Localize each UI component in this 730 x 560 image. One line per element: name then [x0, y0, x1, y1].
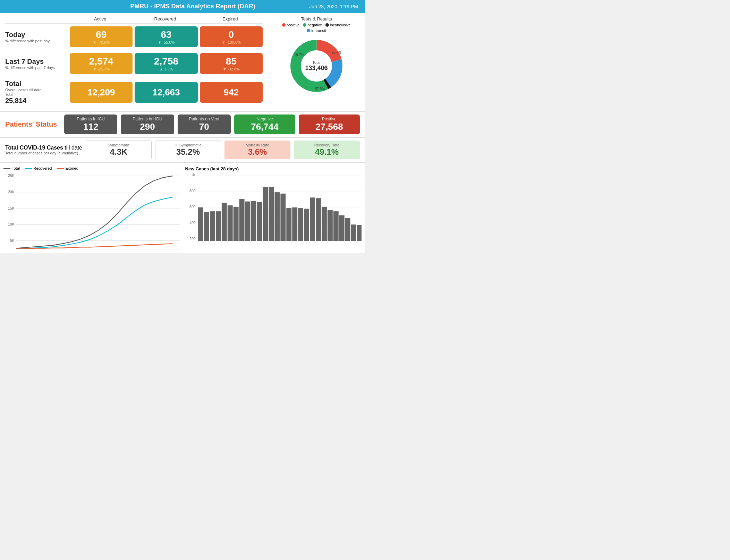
stats-table: Active Recovered Expired Today % differe… — [0, 13, 268, 111]
svg-text:600: 600 — [189, 205, 195, 209]
legend-expired-line: Expired — [57, 166, 78, 170]
bar-11 — [263, 187, 268, 241]
line-chart-svg: 25K 20K 15K 10K 5K — [3, 172, 180, 253]
bar-15 — [286, 208, 291, 241]
intransit-label: in-transit — [311, 28, 326, 33]
bar-5 — [227, 205, 232, 241]
label-negative: 57.5% — [315, 87, 325, 91]
total-recovered-card: 12,663 — [135, 82, 197, 103]
legend-positive: positive — [282, 23, 299, 27]
positive-dot — [282, 23, 286, 27]
svg-text:400: 400 — [189, 221, 195, 225]
intransit-dot — [307, 29, 310, 32]
bar-26 — [351, 224, 356, 241]
expired-legend-label: Expired — [65, 166, 78, 170]
bar-27 — [357, 225, 362, 241]
svg-text:10K: 10K — [8, 222, 15, 226]
bar-6 — [233, 207, 238, 241]
main-content: Active Recovered Expired Today % differe… — [0, 13, 365, 253]
last7-label: Last 7 Days % difference with past 7 day… — [5, 58, 68, 70]
expired-line-icon — [57, 168, 64, 169]
bar-chart: New Cases (last 28 days) 1K 800 600 400 … — [185, 166, 362, 253]
total-row: Total Overall cases till date Total 25,8… — [5, 77, 263, 108]
positive-label: positive — [287, 23, 299, 27]
col-expired: Expired — [198, 16, 263, 22]
svg-text:5K: 5K — [10, 238, 15, 243]
symptomatic-stat: Symptomatic 4.3K — [86, 141, 152, 159]
vent-card: Patients on Vent 70 — [178, 114, 231, 134]
covid-label: Total COVID-19 Cases till date Total num… — [5, 145, 82, 155]
pct-symptomatic-stat: % Symptomatic 35.2% — [155, 141, 221, 159]
col-active: Active — [68, 16, 133, 22]
recovered-line — [16, 197, 172, 249]
bar-3 — [215, 211, 221, 241]
bar-2 — [210, 211, 215, 241]
legend-total: Total — [3, 166, 20, 170]
legend-negative: negative — [303, 23, 322, 27]
top-section: Active Recovered Expired Today % differe… — [0, 13, 365, 112]
inconclusive-label: inconclusive — [330, 23, 351, 27]
negative-card: Negative 76,744 — [234, 114, 295, 134]
negative-dot — [303, 23, 306, 27]
patients-status-label: Patients' Status — [5, 120, 61, 128]
legend-intransit: in-transit — [307, 28, 326, 33]
bar-10 — [257, 202, 262, 241]
bar-0 — [198, 207, 203, 241]
hdu-card: Patients in HDU 290 — [121, 114, 174, 134]
donut-center-text: Total 133,406 — [305, 60, 328, 72]
last7-active-card: 2,574 ▼ -25.3% — [70, 53, 133, 74]
col-recovered: Recovered — [133, 16, 197, 22]
donut-title: Tests & Results — [301, 16, 332, 22]
bar-14 — [280, 194, 286, 241]
inconclusive-dot — [325, 23, 329, 27]
mortality-stat: Mortality Rate 3.6% — [224, 141, 290, 159]
recovered-line-icon — [25, 168, 32, 169]
today-row: Today % difference with past day 69 ▼ -7… — [5, 23, 263, 50]
icu-card: Patients In ICU 112 — [64, 114, 117, 134]
bar-22 — [327, 210, 332, 241]
last7-expired-card: 85 ▼ -32.0% — [200, 53, 263, 74]
svg-text:1K: 1K — [191, 173, 196, 177]
bar-chart-area: 1K 800 600 400 200 — [185, 173, 362, 253]
today-expired-card: 0 ▼ -100.0% — [200, 26, 263, 47]
patients-status-section: Patients' Status Patients In ICU 112 Pat… — [0, 112, 365, 138]
label-intransit: 19.7% — [294, 53, 304, 57]
bar-17 — [298, 208, 303, 241]
bar-9 — [251, 201, 256, 241]
today-recovered-card: 63 ▼ -55.0% — [135, 26, 197, 47]
bar-13 — [274, 192, 280, 241]
legend-recovered: Recovered — [25, 166, 52, 170]
bar-4 — [221, 203, 227, 241]
bar-1 — [204, 212, 209, 241]
bar-24 — [339, 215, 344, 241]
header: PMRU - IPMS Data Analytics Report (DAR) … — [0, 0, 365, 13]
bar-21 — [322, 207, 327, 241]
covid-title: Total COVID-19 Cases till date — [5, 145, 82, 151]
charts-section: Total Recovered Expired — [0, 163, 365, 253]
bar-18 — [304, 209, 309, 241]
svg-text:25K: 25K — [8, 173, 15, 178]
bar-19 — [310, 197, 315, 241]
donut-legend: positive negative inconclusive in-transi… — [271, 23, 362, 33]
donut-section: Tests & Results positive negative inconc… — [268, 13, 365, 111]
bar-23 — [333, 211, 338, 241]
total-label: Total Overall cases till date Total 25,8… — [5, 80, 68, 105]
total-expired-card: 942 — [200, 82, 263, 103]
donut-chart: 20.7% 19.7% 57.5% Total 133,406 — [285, 35, 348, 97]
recovery-stat: Recovery Rate 49.1% — [294, 141, 360, 159]
svg-text:20K: 20K — [8, 190, 15, 194]
bar-12 — [269, 187, 274, 241]
legend-inconclusive: inconclusive — [325, 23, 351, 27]
bar-chart-title: New Cases (last 28 days) — [185, 166, 362, 171]
bar-8 — [245, 202, 250, 241]
line-chart-legend: Total Recovered Expired — [3, 166, 180, 170]
today-label: Today % difference with past day — [5, 31, 68, 43]
bar-20 — [316, 198, 321, 241]
header-title: PMRU - IPMS Data Analytics Report (DAR) — [76, 3, 309, 10]
svg-text:15K: 15K — [8, 206, 15, 210]
recovered-legend-label: Recovered — [33, 166, 52, 170]
total-legend-label: Total — [12, 166, 20, 170]
header-date: Jun 28, 2020, 1:19 PM — [309, 4, 358, 9]
bar-16 — [292, 207, 297, 241]
bar-chart-svg: 1K 800 600 400 200 — [185, 173, 362, 253]
